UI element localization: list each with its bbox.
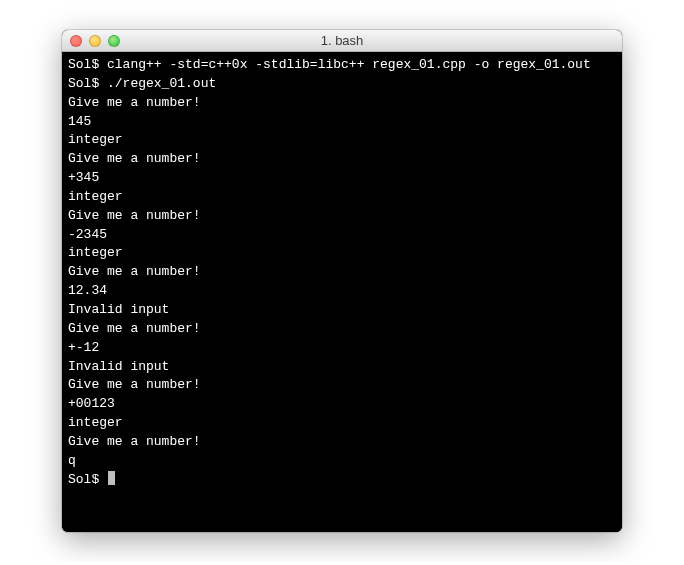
terminal-line: integer [68,414,616,433]
window-title: 1. bash [62,33,622,48]
command-text: clang++ -std=c++0x -stdlib=libc++ regex_… [107,57,591,72]
terminal-line: Give me a number! [68,207,616,226]
terminal-line: integer [68,188,616,207]
terminal-line: 145 [68,113,616,132]
terminal-line: Give me a number! [68,320,616,339]
terminal-line: Give me a number! [68,94,616,113]
terminal-line: Sol$ ./regex_01.out [68,75,616,94]
cursor-icon [108,471,115,485]
terminal-line: -2345 [68,226,616,245]
terminal-line: +345 [68,169,616,188]
command-text: ./regex_01.out [107,76,216,91]
prompt: Sol$ [68,76,107,91]
terminal-line: Give me a number! [68,433,616,452]
traffic-lights [70,35,120,47]
prompt: Sol$ [68,471,107,490]
terminal-line: Sol$ clang++ -std=c++0x -stdlib=libc++ r… [68,56,616,75]
terminal-line: +-12 [68,339,616,358]
prompt: Sol$ [68,57,107,72]
terminal-line: Give me a number! [68,263,616,282]
terminal-line: Give me a number! [68,150,616,169]
close-icon[interactable] [70,35,82,47]
terminal-line: q [68,452,616,471]
terminal-line: integer [68,244,616,263]
terminal-body[interactable]: Sol$ clang++ -std=c++0x -stdlib=libc++ r… [62,52,622,532]
terminal-line: Invalid input [68,358,616,377]
titlebar: 1. bash [62,30,622,52]
terminal-line: Give me a number! [68,376,616,395]
terminal-window: 1. bash Sol$ clang++ -std=c++0x -stdlib=… [62,30,622,532]
terminal-line: 12.34 [68,282,616,301]
terminal-line: Sol$ [68,471,616,490]
terminal-line: integer [68,131,616,150]
terminal-line: Invalid input [68,301,616,320]
minimize-icon[interactable] [89,35,101,47]
terminal-line: +00123 [68,395,616,414]
zoom-icon[interactable] [108,35,120,47]
